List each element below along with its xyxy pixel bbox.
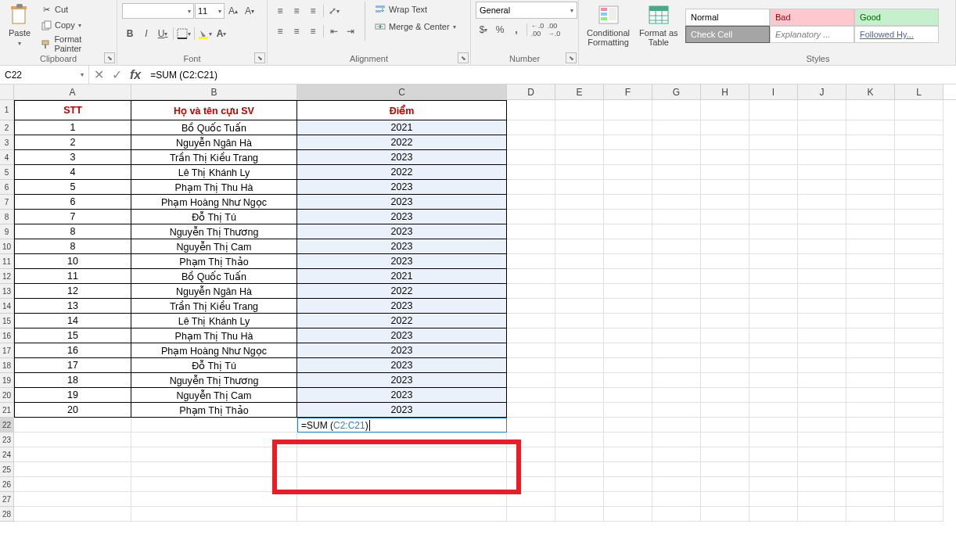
cell-name[interactable]: Lê Thị Khánh Ly (131, 314, 297, 328)
conditional-formatting-button[interactable]: Conditional Formatting (584, 2, 633, 48)
cell-empty[interactable] (652, 328, 701, 343)
cell-empty[interactable] (701, 358, 749, 373)
cell-empty[interactable] (652, 358, 701, 373)
cell-empty[interactable] (701, 254, 749, 269)
cell-empty[interactable] (604, 239, 652, 254)
cell-empty[interactable] (701, 373, 749, 388)
cell-stt[interactable]: 17 (14, 358, 131, 373)
cell-empty[interactable] (555, 254, 604, 269)
cell-empty[interactable] (297, 447, 507, 462)
cell-empty[interactable] (701, 299, 749, 314)
cell-empty[interactable] (846, 239, 895, 254)
cell-empty[interactable] (701, 403, 749, 418)
cell-score[interactable]: 2023 (297, 328, 507, 343)
cell-empty[interactable] (798, 224, 846, 239)
cell-empty[interactable] (749, 210, 798, 224)
cell-empty[interactable] (798, 462, 846, 477)
cell-empty[interactable] (507, 165, 555, 180)
cell-empty[interactable] (798, 120, 846, 135)
merge-center-button[interactable]: Merge & Center ▾ (372, 19, 459, 34)
increase-font-button[interactable]: A▴ (225, 3, 241, 19)
row-header-25[interactable]: 25 (0, 462, 14, 477)
insert-function-icon[interactable]: fx (130, 68, 141, 82)
cell-empty[interactable] (555, 447, 604, 462)
cell-empty[interactable] (555, 358, 604, 373)
cell-name[interactable]: Bồ Quốc Tuấn (131, 269, 297, 284)
cell-empty[interactable] (749, 254, 798, 269)
cell-empty[interactable] (798, 358, 846, 373)
cell-empty[interactable] (297, 433, 507, 447)
cell-empty[interactable] (604, 284, 652, 299)
cell-stt[interactable]: 15 (14, 328, 131, 343)
cell-name[interactable]: Nguyễn Ngân Hà (131, 135, 297, 150)
cell-empty[interactable] (798, 403, 846, 418)
cell-empty[interactable] (895, 269, 943, 284)
paste-button[interactable]: Paste▾ (5, 2, 34, 48)
cell-empty[interactable] (846, 403, 895, 418)
formula-input[interactable]: =SUM (C2:C21) (146, 66, 956, 84)
underline-button[interactable]: U ▾ (155, 26, 171, 41)
cell-score[interactable]: 2023 (297, 180, 507, 195)
column-header-H[interactable]: H (701, 84, 749, 99)
column-header-I[interactable]: I (749, 84, 798, 99)
cell-empty[interactable] (14, 447, 131, 462)
cell-empty[interactable] (895, 254, 943, 269)
cell-empty[interactable] (131, 433, 297, 447)
cell-empty[interactable] (895, 507, 943, 522)
column-header-K[interactable]: K (846, 84, 895, 99)
cell-empty[interactable] (895, 210, 943, 224)
cell-stt[interactable]: 6 (14, 195, 131, 210)
cell-empty[interactable] (507, 328, 555, 343)
cell-score[interactable]: 2022 (297, 135, 507, 150)
row-header-5[interactable]: 5 (0, 165, 14, 180)
cell-empty[interactable] (604, 358, 652, 373)
cell-empty[interactable] (846, 254, 895, 269)
cell-empty[interactable] (846, 328, 895, 343)
row-header-14[interactable]: 14 (0, 299, 14, 314)
cell-empty[interactable] (846, 447, 895, 462)
cell-empty[interactable] (14, 477, 131, 492)
cell-empty[interactable] (507, 447, 555, 462)
cell-empty[interactable] (701, 195, 749, 210)
number-dialog-launcher[interactable]: ⬊ (566, 52, 577, 63)
cell-empty[interactable] (895, 314, 943, 328)
align-right-button[interactable]: ≡ (305, 23, 321, 39)
style-check-cell[interactable]: Check Cell (685, 26, 770, 43)
cell-empty[interactable] (555, 135, 604, 150)
cell-empty[interactable] (604, 165, 652, 180)
row-header-16[interactable]: 16 (0, 328, 14, 343)
alignment-dialog-launcher[interactable]: ⬊ (458, 52, 469, 63)
column-header-F[interactable]: F (604, 84, 652, 99)
cell-empty[interactable] (798, 299, 846, 314)
cell-empty[interactable] (846, 195, 895, 210)
cell-empty[interactable] (604, 447, 652, 462)
cell-empty[interactable] (652, 135, 701, 150)
cell-stt[interactable]: 12 (14, 284, 131, 299)
row-header-11[interactable]: 11 (0, 254, 14, 269)
cell-empty[interactable] (555, 150, 604, 165)
cell-empty[interactable] (749, 135, 798, 150)
cell-empty[interactable] (846, 100, 895, 120)
cell-stt[interactable]: 14 (14, 314, 131, 328)
cell-empty[interactable] (701, 210, 749, 224)
row-header-13[interactable]: 13 (0, 284, 14, 299)
cell-empty[interactable] (701, 180, 749, 195)
cell-empty[interactable] (701, 477, 749, 492)
cell-empty[interactable] (749, 269, 798, 284)
align-center-button[interactable]: ≡ (289, 23, 304, 39)
cell-name[interactable]: Nguyễn Thị Thương (131, 373, 297, 388)
cell-empty[interactable] (846, 180, 895, 195)
cell-empty[interactable] (604, 433, 652, 447)
cell-score[interactable]: 2023 (297, 358, 507, 373)
cell-empty[interactable] (131, 492, 297, 507)
cell-empty[interactable] (604, 477, 652, 492)
cell-empty[interactable] (701, 447, 749, 462)
cell-empty[interactable] (749, 358, 798, 373)
cell-empty[interactable] (297, 492, 507, 507)
cell-empty[interactable] (798, 195, 846, 210)
cell-empty[interactable] (749, 239, 798, 254)
cell-empty[interactable] (701, 150, 749, 165)
cell-empty[interactable] (798, 418, 846, 433)
cell-empty[interactable] (652, 224, 701, 239)
cell-empty[interactable] (507, 433, 555, 447)
